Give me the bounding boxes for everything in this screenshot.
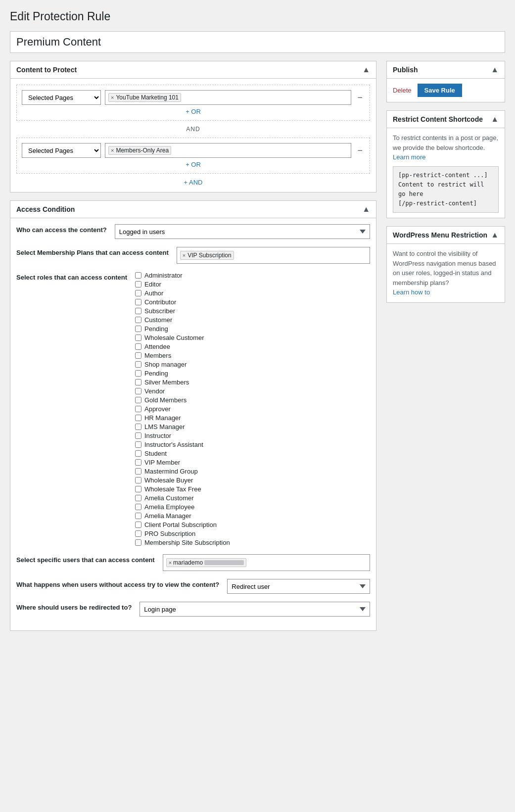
menu-restriction-learn-how-link[interactable]: Learn how to	[393, 288, 430, 296]
role-item: LMS Manager	[135, 423, 370, 430]
shortcode-learn-more-link[interactable]: Learn more	[393, 153, 425, 161]
what-happens-select[interactable]: Redirect user Show message Hide content	[227, 579, 370, 594]
or-link-1[interactable]: + OR	[22, 108, 365, 115]
role-label-11: Pending	[144, 370, 168, 377]
role-checkbox-2[interactable]	[135, 290, 141, 296]
role-label-24: Wholesale Tax Free	[144, 485, 201, 493]
what-happens-row: What happens when users without access t…	[16, 579, 370, 594]
condition-tag-input-1[interactable]: × YouTube Marketing 101	[105, 90, 351, 105]
access-condition-card: Access Condition ▲ Who can access the co…	[10, 200, 376, 631]
role-checkbox-0[interactable]	[135, 272, 141, 279]
role-label-17: LMS Manager	[144, 423, 185, 430]
role-item: Contributor	[135, 298, 370, 306]
role-label-9: Members	[144, 352, 171, 359]
role-item: Mastermind Group	[135, 468, 370, 475]
publish-collapse-icon[interactable]: ▲	[491, 65, 499, 74]
condition-tag-input-2[interactable]: × Members-Only Area	[105, 143, 351, 158]
tag-remove-members-only[interactable]: ×	[111, 147, 114, 153]
role-checkbox-9[interactable]	[135, 352, 141, 359]
condition-type-select-1[interactable]: Selected Pages	[22, 90, 101, 105]
role-checkbox-21[interactable]	[135, 459, 141, 466]
role-label-7: Wholesale Customer	[144, 334, 204, 341]
or-link-2[interactable]: + OR	[22, 161, 365, 168]
menu-restriction-title: WordPress Menu Restriction	[393, 231, 487, 239]
delete-link[interactable]: Delete	[393, 87, 412, 94]
role-item: Pending	[135, 325, 370, 333]
role-checkbox-27[interactable]	[135, 513, 141, 519]
role-checkbox-25[interactable]	[135, 495, 141, 501]
role-item: Editor	[135, 281, 370, 288]
role-checkbox-19[interactable]	[135, 441, 141, 448]
role-checkbox-1[interactable]	[135, 281, 141, 287]
redirect-to-select[interactable]: Login page Home page Custom URL	[140, 602, 370, 617]
role-label-27: Amelia Manager	[144, 512, 191, 520]
role-checkbox-28[interactable]	[135, 522, 141, 528]
role-checkbox-8[interactable]	[135, 343, 141, 350]
access-condition-collapse-icon[interactable]: ▲	[362, 205, 370, 214]
tag-remove-youtube[interactable]: ×	[111, 95, 114, 100]
role-item: Author	[135, 289, 370, 297]
specific-users-input[interactable]: × mariademo	[163, 554, 370, 571]
membership-plans-row: Select Membership Plans that can access …	[16, 247, 370, 264]
specific-users-row: Select specific users that can access co…	[16, 554, 370, 571]
role-checkbox-16[interactable]	[135, 415, 141, 421]
role-checkbox-18[interactable]	[135, 432, 141, 439]
role-label-13: Vendor	[144, 387, 165, 395]
condition-row-2: Selected Pages × Members-Only Area −	[22, 143, 365, 158]
menu-restriction-collapse-icon[interactable]: ▲	[491, 231, 499, 239]
content-to-protect-body: Selected Pages × YouTube Marketing 101 −…	[10, 79, 376, 192]
tag-remove-vip[interactable]: ×	[183, 252, 186, 258]
roles-content: AdministratorEditorAuthorContributorSubs…	[135, 272, 370, 546]
role-checkbox-20[interactable]	[135, 450, 141, 457]
role-checkbox-24[interactable]	[135, 486, 141, 492]
role-checkbox-11[interactable]	[135, 370, 141, 377]
role-label-18: Instructor	[144, 432, 171, 439]
role-label-25: Amelia Customer	[144, 494, 194, 502]
role-checkbox-6[interactable]	[135, 326, 141, 332]
role-checkbox-30[interactable]	[135, 539, 141, 546]
role-checkbox-4[interactable]	[135, 308, 141, 314]
role-checkbox-17[interactable]	[135, 424, 141, 430]
publish-card: Publish ▲ Delete Save Rule	[386, 61, 505, 102]
role-item: Student	[135, 450, 370, 457]
role-checkbox-7[interactable]	[135, 334, 141, 341]
role-label-5: Customer	[144, 316, 172, 324]
role-checkbox-29[interactable]	[135, 530, 141, 537]
tag-label-mariademo: mariademo	[173, 559, 203, 566]
role-item: Approver	[135, 405, 370, 413]
remove-condition-1-button[interactable]: −	[355, 93, 365, 102]
role-checkbox-12[interactable]	[135, 379, 141, 385]
shortcode-collapse-icon[interactable]: ▲	[491, 115, 499, 124]
publish-title: Publish	[393, 66, 418, 74]
content-to-protect-header: Content to Protect ▲	[10, 61, 376, 79]
role-label-1: Editor	[144, 281, 161, 288]
and-link[interactable]: + AND	[16, 179, 370, 186]
role-checkbox-26[interactable]	[135, 504, 141, 510]
condition-type-select-2[interactable]: Selected Pages	[22, 143, 101, 158]
remove-condition-2-button[interactable]: −	[355, 146, 365, 155]
who-can-access-select[interactable]: Logged in users Everyone Logged out user…	[115, 224, 370, 239]
tag-remove-mariademo[interactable]: ×	[169, 560, 172, 566]
role-label-22: Mastermind Group	[144, 468, 198, 475]
membership-plans-content: × VIP Subscription	[177, 247, 370, 264]
specific-users-content: × mariademo	[163, 554, 370, 571]
membership-plans-input[interactable]: × VIP Subscription	[177, 247, 370, 264]
role-checkbox-22[interactable]	[135, 468, 141, 475]
role-item: Client Portal Subscription	[135, 521, 370, 528]
save-rule-button[interactable]: Save Rule	[418, 84, 462, 97]
role-checkbox-10[interactable]	[135, 361, 141, 368]
tag-label-youtube: YouTube Marketing 101	[116, 94, 179, 101]
role-label-20: Student	[144, 450, 167, 457]
role-checkbox-14[interactable]	[135, 397, 141, 403]
rule-name-input[interactable]	[10, 31, 505, 53]
role-label-4: Subscriber	[144, 307, 175, 315]
role-checkbox-13[interactable]	[135, 388, 141, 394]
role-checkbox-3[interactable]	[135, 299, 141, 305]
role-checkbox-15[interactable]	[135, 406, 141, 412]
publish-header: Publish ▲	[387, 61, 505, 79]
collapse-icon[interactable]: ▲	[362, 65, 370, 74]
role-label-21: VIP Member	[144, 459, 180, 466]
role-checkbox-23[interactable]	[135, 477, 141, 483]
role-checkbox-5[interactable]	[135, 317, 141, 323]
role-label-29: PRO Subscription	[144, 530, 195, 537]
